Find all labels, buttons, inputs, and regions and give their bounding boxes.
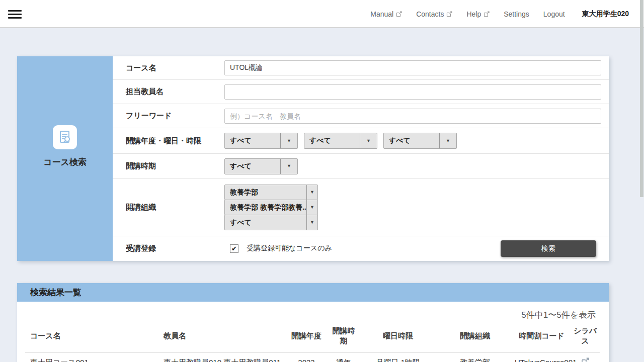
- chevron-down-icon[interactable]: ▼: [306, 185, 317, 200]
- chevron-down-icon[interactable]: ▼: [439, 133, 456, 148]
- col-header-course-name: コース名: [25, 323, 158, 352]
- year-select-value: すべて: [225, 133, 280, 148]
- registration-checkbox-label: 受講登録可能なコースのみ: [247, 244, 332, 253]
- search-results-panel: 検索結果一覧 5件中1〜5件を表示 コース名 教員名 開講年度 開講時期 曜日時…: [17, 283, 609, 362]
- course-name-input[interactable]: [224, 60, 601, 75]
- organization-select-1-value: 教養学部: [225, 185, 306, 200]
- registration-label: 受講登録: [113, 244, 224, 253]
- instructor-input[interactable]: [224, 84, 601, 100]
- nav-settings-link[interactable]: Settings: [504, 10, 529, 18]
- cell-day-period: 月曜日 1時限: [359, 352, 437, 362]
- organization-select-3[interactable]: すべて ▼: [224, 215, 318, 230]
- organization-label: 開講組織: [113, 203, 224, 212]
- course-search-icon: [53, 125, 77, 149]
- col-header-timetable-code: 時間割コード: [513, 323, 571, 352]
- organization-select-2[interactable]: 教養学部 教養学部教養... ▼: [224, 200, 318, 215]
- freeword-input[interactable]: [224, 109, 601, 124]
- nav-contacts-label: Contacts: [416, 10, 444, 18]
- chevron-down-icon[interactable]: ▼: [306, 200, 317, 215]
- cell-year: 2023: [284, 352, 329, 362]
- results-title: 検索結果一覧: [30, 287, 82, 298]
- organization-select-2-value: 教養学部 教養学部教養...: [225, 200, 306, 215]
- chevron-down-icon[interactable]: ▼: [306, 215, 317, 230]
- year-day-period-label: 開講年度・曜日・時限: [113, 136, 224, 146]
- col-header-year: 開講年度: [284, 323, 329, 352]
- term-row: 開講時期 すべて ▼: [113, 154, 609, 179]
- period-select[interactable]: すべて ▼: [383, 133, 457, 149]
- course-search-side-banner: コース検索: [17, 56, 113, 261]
- col-header-day-period: 曜日時限: [359, 323, 437, 352]
- instructor-row: 担当教員名: [113, 80, 609, 104]
- nav-logout-link[interactable]: Logout: [543, 10, 565, 18]
- registration-checkbox[interactable]: ✔: [230, 244, 238, 253]
- search-form: コース名 担当教員名 フリーワード 開講年度・曜日・時限 すべて ▼ すべて ▼: [113, 56, 609, 261]
- col-header-term: 開講時期: [329, 323, 359, 352]
- cell-term: 通年: [329, 352, 359, 362]
- day-select[interactable]: すべて ▼: [304, 133, 377, 149]
- table-header-row: コース名 教員名 開講年度 開講時期 曜日時限 開講組織 時間割コード シラバス: [25, 323, 600, 352]
- freeword-label: フリーワード: [113, 111, 224, 121]
- nav-manual-label: Manual: [370, 10, 393, 18]
- top-nav: Manual Contacts Help Settings Logout 東大用…: [370, 0, 629, 28]
- term-select[interactable]: すべて ▼: [224, 158, 298, 174]
- cell-instructors: 東大用教職員010 東大用教職員011: [158, 352, 284, 362]
- year-day-period-row: 開講年度・曜日・時限 すべて ▼ すべて ▼ すべて ▼: [113, 128, 609, 154]
- nav-settings-label: Settings: [504, 10, 529, 18]
- external-link-icon: [396, 11, 402, 17]
- course-search-panel: コース検索 コース名 担当教員名 フリーワード 開講年度・曜日・時限 すべて ▼: [17, 56, 609, 261]
- col-header-organization: 開講組織: [437, 323, 513, 352]
- results-count: 5件中1〜5件を表示: [17, 302, 609, 323]
- nav-help-link[interactable]: Help: [466, 10, 490, 18]
- organization-select-1[interactable]: 教養学部 ▼: [224, 185, 318, 200]
- panel-title: コース検索: [43, 156, 87, 168]
- username: 東大用学生020: [582, 10, 629, 19]
- col-header-syllabus: シラバス: [571, 323, 600, 352]
- term-select-value: すべて: [225, 159, 280, 174]
- nav-manual-link[interactable]: Manual: [370, 10, 402, 18]
- search-button[interactable]: 検索: [501, 240, 596, 257]
- course-name-row: コース名: [113, 56, 609, 80]
- organization-row: 開講組織 教養学部 ▼ 教養学部 教養学部教養... ▼ すべて ▼: [113, 179, 609, 236]
- freeword-row: フリーワード: [113, 104, 609, 128]
- table-row[interactable]: 東大用コース001 東大用教職員010 東大用教職員011 2023 通年 月曜…: [25, 352, 600, 362]
- instructor-label: 担当教員名: [113, 87, 224, 97]
- external-link-icon[interactable]: [581, 358, 589, 362]
- cell-organization: 教養学部: [437, 352, 513, 362]
- term-label: 開講時期: [113, 161, 224, 171]
- chevron-down-icon[interactable]: ▼: [360, 133, 377, 148]
- results-header: 検索結果一覧: [17, 283, 609, 302]
- external-link-icon: [446, 11, 452, 17]
- hamburger-menu-icon[interactable]: [8, 10, 22, 19]
- scrollbar-thumb[interactable]: [640, 0, 643, 197]
- external-link-icon: [484, 11, 490, 17]
- nav-logout-label: Logout: [543, 10, 565, 18]
- organization-select-3-value: すべて: [225, 215, 306, 230]
- period-select-value: すべて: [384, 133, 439, 148]
- col-header-instructors: 教員名: [158, 323, 284, 352]
- chevron-down-icon[interactable]: ▼: [280, 133, 297, 148]
- registration-row: 受講登録 ✔ 受講登録可能なコースのみ 検索: [113, 236, 609, 260]
- page-scrollbar: [639, 0, 644, 362]
- results-table: コース名 教員名 開講年度 開講時期 曜日時限 開講組織 時間割コード シラバス…: [25, 323, 600, 362]
- nav-help-label: Help: [466, 10, 481, 18]
- year-select[interactable]: すべて ▼: [224, 133, 298, 149]
- course-name-label: コース名: [113, 63, 224, 73]
- day-select-value: すべて: [304, 133, 360, 148]
- cell-timetable-code: UTokyoCourse001: [513, 352, 571, 362]
- chevron-down-icon[interactable]: ▼: [280, 159, 297, 174]
- check-icon: ✔: [231, 245, 237, 252]
- cell-course-name[interactable]: 東大用コース001: [25, 352, 158, 362]
- nav-contacts-link[interactable]: Contacts: [416, 10, 452, 18]
- top-bar: Manual Contacts Help Settings Logout 東大用…: [0, 0, 644, 28]
